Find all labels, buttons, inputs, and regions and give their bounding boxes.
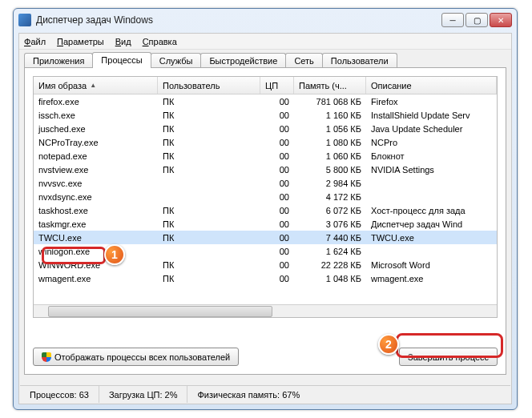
- status-cpu: Загрузка ЦП: 2%: [99, 386, 188, 403]
- cell-mem: 1 056 КБ: [294, 124, 366, 134]
- cell-desc: NCPro: [366, 138, 497, 147]
- tab-services[interactable]: Службы: [151, 53, 202, 68]
- menu-view[interactable]: Вид: [115, 37, 131, 46]
- cell-mem: 22 228 КБ: [294, 260, 366, 270]
- cell-desc: Microsoft Word: [366, 260, 497, 270]
- table-row[interactable]: winlogon.exe001 624 КБ: [34, 244, 497, 258]
- listview-body[interactable]: firefox.exeПК00781 068 КБFirefoxissch.ex…: [34, 94, 497, 304]
- cell-desc: Firefox: [366, 97, 497, 107]
- column-user[interactable]: Пользователь: [158, 77, 260, 94]
- show-all-users-label: Отображать процессы всех пользователей: [54, 352, 230, 362]
- cell-image: WINWORD.exe: [34, 260, 158, 270]
- table-row[interactable]: notepad.exeПК001 060 КББлокнот: [34, 149, 497, 163]
- tab-processes[interactable]: Процессы: [92, 52, 151, 68]
- cell-mem: 1 080 КБ: [294, 138, 366, 147]
- cell-mem: 1 160 КБ: [294, 111, 366, 120]
- cell-cpu: 00: [260, 233, 294, 243]
- cell-mem: 7 440 КБ: [294, 233, 366, 243]
- cell-user: ПК: [158, 165, 260, 175]
- cell-desc: InstallShield Update Serv: [366, 111, 497, 120]
- status-processes: Процессов: 63: [20, 386, 99, 403]
- table-row[interactable]: firefox.exeПК00781 068 КБFirefox: [34, 94, 497, 108]
- table-row[interactable]: wmagent.exeПК001 048 КБwmagent.exe: [34, 271, 497, 285]
- cell-mem: 1 624 КБ: [294, 247, 366, 256]
- status-memory: Физическая память: 67%: [187, 386, 510, 403]
- tab-users[interactable]: Пользователи: [322, 53, 397, 68]
- column-cpu[interactable]: ЦП: [260, 77, 294, 94]
- cell-image: issch.exe: [34, 111, 158, 120]
- uac-shield-icon: [42, 352, 51, 362]
- column-description[interactable]: Описание: [366, 77, 497, 94]
- table-row[interactable]: taskmgr.exeПК003 076 КБДиспетчер задач W…: [34, 217, 497, 231]
- column-image-name[interactable]: Имя образа▲: [34, 77, 158, 94]
- column-memory[interactable]: Память (ч...: [294, 77, 366, 94]
- cell-mem: 2 984 КБ: [294, 179, 366, 188]
- cell-mem: 4 172 КБ: [294, 192, 366, 202]
- cell-image: nvstview.exe: [34, 165, 158, 175]
- statusbar: Процессов: 63 Загрузка ЦП: 2% Физическая…: [20, 385, 510, 403]
- listview-header: Имя образа▲ Пользователь ЦП Память (ч...…: [34, 77, 497, 94]
- table-row[interactable]: jusched.exeПК001 056 КБJava Update Sched…: [34, 122, 497, 135]
- menu-help[interactable]: Справка: [143, 37, 177, 46]
- horizontal-scrollbar[interactable]: [34, 304, 497, 318]
- table-row[interactable]: NCProTray.exeПК001 080 КБNCPro: [34, 135, 497, 149]
- cell-user: ПК: [158, 219, 260, 229]
- cell-image: jusched.exe: [34, 124, 158, 134]
- maximize-button[interactable]: ▢: [466, 13, 488, 27]
- titlebar[interactable]: Диспетчер задач Windows ─ ▢ ✕: [14, 9, 517, 31]
- cell-mem: 1 060 КБ: [294, 151, 366, 161]
- cell-desc: TWCU.exe: [366, 233, 497, 243]
- minimize-button[interactable]: ─: [441, 13, 464, 27]
- cell-cpu: 00: [260, 179, 294, 188]
- tab-performance[interactable]: Быстродействие: [200, 53, 286, 68]
- process-listview[interactable]: Имя образа▲ Пользователь ЦП Память (ч...…: [33, 76, 498, 318]
- table-row[interactable]: taskhost.exeПК006 072 КБХост-процесс для…: [34, 203, 497, 217]
- cell-image: NCProTray.exe: [34, 138, 158, 147]
- cell-image: wmagent.exe: [34, 274, 158, 283]
- scrollbar-thumb[interactable]: [48, 306, 272, 317]
- cell-mem: 781 068 КБ: [294, 97, 366, 107]
- cell-image: firefox.exe: [34, 97, 158, 107]
- tab-network[interactable]: Сеть: [285, 53, 322, 68]
- end-process-button[interactable]: Завершить процесс: [399, 348, 498, 366]
- menu-options[interactable]: Параметры: [57, 37, 104, 46]
- cell-image: notepad.exe: [34, 151, 158, 161]
- table-row[interactable]: nvxdsync.exe004 172 КБ: [34, 190, 497, 203]
- cell-cpu: 00: [260, 151, 294, 161]
- cell-desc: NVIDIA Settings: [366, 165, 497, 175]
- cell-cpu: 00: [260, 206, 294, 215]
- cell-user: ПК: [158, 151, 260, 161]
- cell-user: ПК: [158, 260, 260, 270]
- cell-mem: 6 072 КБ: [294, 206, 366, 215]
- window-title: Диспетчер задач Windows: [36, 14, 441, 26]
- table-row[interactable]: issch.exeПК001 160 КБInstallShield Updat…: [34, 108, 497, 122]
- close-button[interactable]: ✕: [490, 13, 512, 27]
- cell-mem: 1 048 КБ: [294, 274, 366, 283]
- cell-user: ПК: [158, 138, 260, 147]
- cell-cpu: 00: [260, 138, 294, 147]
- cell-desc: wmagent.exe: [366, 274, 497, 283]
- cell-cpu: 00: [260, 124, 294, 134]
- cell-image: nvvsvc.exe: [34, 179, 158, 188]
- cell-cpu: 00: [260, 260, 294, 270]
- cell-user: ПК: [158, 233, 260, 243]
- tab-strip: Приложения Процессы Службы Быстродействи…: [19, 50, 511, 67]
- cell-image: taskhost.exe: [34, 206, 158, 215]
- menubar: Файл Параметры Вид Справка: [19, 34, 511, 50]
- cell-user: ПК: [158, 97, 260, 107]
- cell-desc: Java Update Scheduler: [366, 124, 497, 134]
- cell-mem: 3 076 КБ: [294, 219, 366, 229]
- show-all-users-button[interactable]: Отображать процессы всех пользователей: [33, 348, 239, 366]
- table-row[interactable]: WINWORD.exeПК0022 228 КБMicrosoft Word: [34, 258, 497, 271]
- cell-user: ПК: [158, 111, 260, 120]
- tab-applications[interactable]: Приложения: [24, 53, 93, 68]
- tab-panel-processes: Имя образа▲ Пользователь ЦП Память (ч...…: [24, 67, 506, 375]
- cell-image: taskmgr.exe: [34, 219, 158, 229]
- table-row[interactable]: nvvsvc.exe002 984 КБ: [34, 176, 497, 190]
- table-row[interactable]: nvstview.exeПК005 800 КБNVIDIA Settings: [34, 163, 497, 176]
- cell-cpu: 00: [260, 247, 294, 256]
- menu-file[interactable]: Файл: [24, 37, 46, 46]
- cell-image: winlogon.exe: [34, 247, 158, 256]
- app-icon: [18, 14, 31, 26]
- table-row[interactable]: TWCU.exeПК007 440 КБTWCU.exe: [34, 231, 497, 244]
